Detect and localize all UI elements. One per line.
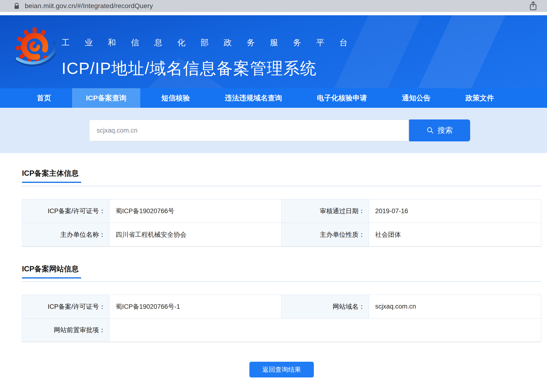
header-subtitle: 工业和信息化部政务服务平台 <box>62 37 362 48</box>
browser-address-bar[interactable]: beian.miit.gov.cn/#/Integrated/recordQue… <box>0 0 547 12</box>
nav-tab-notices[interactable]: 通知公告 <box>388 88 444 108</box>
website-icp-license-label: ICP备案/许可证号： <box>22 295 109 318</box>
website-domain-label: 网站域名： <box>282 295 369 318</box>
organizer-nature-label: 主办单位性质： <box>282 223 369 246</box>
icp-license-value: 蜀ICP备19020766号 <box>109 199 282 223</box>
pre-approval-value <box>109 318 541 342</box>
subject-section-title: ICP备案主体信息 <box>22 168 541 178</box>
website-icp-license-value: 蜀ICP备19020766号-1 <box>109 295 282 318</box>
nav-tab-icp-record-query[interactable]: ICP备案查询 <box>72 88 140 108</box>
page: beian.miit.gov.cn/#/Integrated/recordQue… <box>0 0 547 392</box>
search-button[interactable]: 搜索 <box>409 120 470 141</box>
search-button-label: 搜索 <box>438 125 453 136</box>
subject-info-table: ICP备案/许可证号： 蜀ICP备19020766号 审核通过日期： 2019-… <box>22 199 541 247</box>
page-title: ICP/IP地址/域名信息备案管理系统 <box>62 58 362 80</box>
table-row: ICP备案/许可证号： 蜀ICP备19020766号-1 网站域名： scjxa… <box>22 295 541 318</box>
search-icon <box>426 127 434 134</box>
nav-tab-policy-documents[interactable]: 政策文件 <box>451 88 508 108</box>
website-domain-value: scjxaq.com.cn <box>369 295 541 318</box>
organizer-name-value: 四川省工程机械安全协会 <box>109 223 282 246</box>
organizer-name-label: 主办单位名称： <box>22 223 109 246</box>
icp-license-label: ICP备案/许可证号： <box>22 199 109 223</box>
page-top-strip <box>0 12 547 15</box>
table-row: ICP备案/许可证号： 蜀ICP备19020766号 审核通过日期： 2019-… <box>22 199 541 223</box>
subject-title-underline <box>22 182 81 183</box>
site-header: 工业和信息化部政务服务平台 ICP/IP地址/域名信息备案管理系统 <box>0 15 547 88</box>
table-row: 网站前置审批项： <box>22 318 541 342</box>
lock-icon[interactable] <box>14 2 20 10</box>
main-nav: 首页 ICP备案查询 短信核验 违法违规域名查询 电子化核验申请 通知公告 政策… <box>0 88 547 108</box>
website-info-table: ICP备案/许可证号： 蜀ICP备19020766号-1 网站域名： scjxa… <box>22 295 541 342</box>
review-date-label: 审核通过日期： <box>282 199 369 223</box>
pre-approval-label: 网站前置审批项： <box>22 318 109 342</box>
website-title-underline <box>22 277 81 279</box>
section-divider <box>22 186 541 186</box>
table-row: 主办单位名称： 四川省工程机械安全协会 主办单位性质： 社会团体 <box>22 223 541 246</box>
subject-info-section: ICP备案主体信息 ICP备案/许可证号： 蜀ICP备19020766号 审核通… <box>22 168 541 247</box>
content: ICP备案主体信息 ICP备案/许可证号： 蜀ICP备19020766号 审核通… <box>22 168 541 378</box>
nav-tab-electronic-verification[interactable]: 电子化核验申请 <box>303 88 381 108</box>
nav-tab-sms-verification[interactable]: 短信核验 <box>148 88 204 108</box>
section-divider <box>22 281 541 282</box>
url-text[interactable]: beian.miit.gov.cn/#/Integrated/recordQue… <box>25 2 529 10</box>
review-date-value: 2019-07-16 <box>369 199 541 223</box>
back-to-results-button[interactable]: 返回查询结果 <box>249 362 314 378</box>
website-info-section: ICP备案网站信息 ICP备案/许可证号： 蜀ICP备19020766号-1 网… <box>22 264 541 342</box>
nav-tab-illegal-domain-query[interactable]: 违法违规域名查询 <box>211 88 296 108</box>
search-input[interactable] <box>89 120 409 141</box>
nav-tab-home[interactable]: 首页 <box>23 88 65 108</box>
website-section-title: ICP备案网站信息 <box>22 264 541 274</box>
organizer-nature-value: 社会团体 <box>369 223 541 246</box>
search-section: 搜索 <box>0 108 547 153</box>
share-icon[interactable] <box>529 1 537 11</box>
miit-gear-logo-icon <box>15 25 55 73</box>
